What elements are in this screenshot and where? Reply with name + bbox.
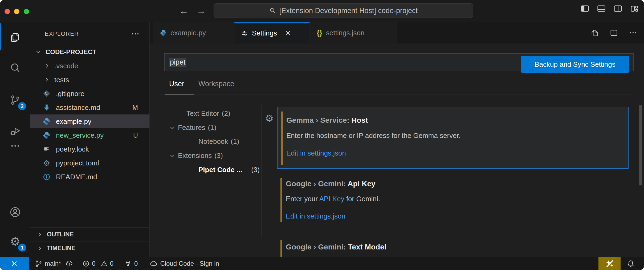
close-window-button[interactable] bbox=[5, 9, 10, 14]
toggle-panel-icon[interactable] bbox=[597, 4, 606, 13]
cloud-icon bbox=[149, 259, 158, 268]
info-icon bbox=[42, 172, 51, 181]
close-icon[interactable]: ✕ bbox=[285, 29, 291, 37]
remote-indicator[interactable] bbox=[0, 257, 29, 270]
api-key-link[interactable]: API Key bbox=[319, 195, 344, 203]
editor-more-actions-icon[interactable] bbox=[629, 28, 638, 37]
toggle-primary-sidebar-icon[interactable] bbox=[580, 4, 590, 13]
edit-in-settings-json-link[interactable]: Edit in settings.json bbox=[286, 149, 346, 157]
split-editor-icon[interactable] bbox=[609, 28, 618, 37]
git-status-badge: M bbox=[132, 104, 138, 112]
toc-item-features[interactable]: Features(1) bbox=[169, 121, 216, 135]
explorer-actions-icon[interactable] bbox=[131, 29, 140, 38]
ports-status[interactable]: 0 bbox=[124, 260, 138, 268]
timeline-section-header[interactable]: TIMELINE bbox=[30, 241, 150, 255]
modified-indicator-bar bbox=[280, 178, 282, 222]
search-icon bbox=[269, 7, 276, 14]
source-control-view-icon[interactable]: 2 bbox=[0, 87, 30, 113]
title-bar: ← → [Extension Development Host] code-pr… bbox=[0, 0, 644, 22]
minimize-window-button[interactable] bbox=[14, 9, 19, 14]
list-icon bbox=[42, 145, 51, 154]
chevron-down-icon bbox=[169, 153, 175, 159]
python-icon bbox=[160, 29, 167, 36]
git-icon bbox=[42, 89, 51, 98]
toc-item-text-editor[interactable]: Text Editor(2) bbox=[186, 106, 230, 121]
tree-item-tests[interactable]: tests bbox=[30, 73, 150, 87]
setting-gear-indicator-icon[interactable]: ⚙ bbox=[265, 114, 274, 123]
toc-item-pipet-code[interactable]: Pipet Code ... (3) bbox=[198, 163, 260, 177]
explorer-sidebar: EXPLORER CODE-PROJECT .vscode bbox=[30, 22, 150, 257]
customize-layout-icon[interactable] bbox=[630, 4, 639, 13]
navigate-back-icon[interactable]: ← bbox=[179, 3, 189, 18]
open-settings-json-icon[interactable] bbox=[590, 28, 599, 37]
tree-item-gitignore[interactable]: .gitignore bbox=[30, 87, 150, 101]
explorer-view-icon[interactable] bbox=[0, 24, 30, 51]
setting-entry-gemma-host[interactable]: Gemma › Service: Host Enter the hostname… bbox=[277, 107, 629, 169]
setting-description: Enter the hostname or IP address for the… bbox=[286, 132, 460, 140]
cloud-code-signin[interactable]: Cloud Code - Sign in bbox=[149, 259, 219, 268]
command-center-search[interactable]: [Extension Development Host] code-projec… bbox=[214, 3, 473, 18]
warning-icon bbox=[100, 260, 108, 267]
window-title: [Extension Development Host] code-projec… bbox=[279, 7, 418, 15]
additional-views-icon[interactable] bbox=[0, 137, 30, 154]
publish-changes-icon[interactable] bbox=[65, 260, 73, 268]
chevron-right-icon bbox=[37, 245, 43, 252]
chevron-right-icon bbox=[44, 63, 50, 69]
tree-item-example-py[interactable]: example.py bbox=[30, 114, 150, 128]
tree-item-new-service-py[interactable]: new_service.py U bbox=[30, 128, 150, 142]
scope-tab-user[interactable]: User bbox=[169, 74, 184, 94]
navigate-forward-icon[interactable]: → bbox=[197, 3, 206, 18]
tab-strip: example.py Settings ✕ {} settings.json bbox=[150, 22, 644, 43]
backup-sync-settings-button[interactable]: Backup and Sync Settings bbox=[521, 56, 629, 73]
toc-item-extensions[interactable]: Extensions(3) bbox=[169, 149, 223, 163]
chevron-down-icon bbox=[169, 125, 175, 131]
edit-in-settings-json-link[interactable]: Edit in settings.json bbox=[286, 212, 345, 220]
tree-root-code-project[interactable]: CODE-PROJECT bbox=[30, 45, 150, 59]
setting-title: Google › Gemini: Api Key bbox=[286, 180, 376, 188]
chevron-down-icon bbox=[35, 49, 42, 55]
tree-item-poetry-lock[interactable]: poetry.lock bbox=[30, 142, 150, 156]
editor-area: example.py Settings ✕ {} settings.json bbox=[150, 22, 644, 257]
problems-status[interactable]: 0 0 bbox=[82, 260, 113, 267]
python-icon bbox=[42, 117, 51, 126]
tab-example-py[interactable]: example.py bbox=[153, 22, 234, 43]
scope-tab-workspace[interactable]: Workspace bbox=[198, 74, 234, 94]
python-icon bbox=[42, 131, 51, 140]
outline-section-header[interactable]: OUTLINE bbox=[30, 227, 150, 241]
chevron-right-icon bbox=[44, 77, 50, 83]
modified-indicator-bar bbox=[280, 240, 282, 257]
gear-icon: ⚙ bbox=[42, 158, 51, 168]
notifications-bell[interactable] bbox=[623, 257, 639, 270]
accounts-icon[interactable] bbox=[0, 199, 30, 225]
zoom-window-button[interactable] bbox=[24, 9, 29, 14]
tree-item-readme-md[interactable]: README.md bbox=[30, 170, 150, 184]
tree-item-assistance-md[interactable]: assistance.md M bbox=[30, 101, 150, 114]
setting-title: Google › Gemini: Text Model bbox=[286, 243, 386, 251]
toc-item-notebook[interactable]: Notebook(1) bbox=[198, 134, 239, 149]
manage-badge: 1 bbox=[18, 244, 26, 252]
settings-scrollbar-thumb[interactable] bbox=[639, 105, 642, 185]
status-bar: main* 0 0 0 Cloud Code - Sign i bbox=[0, 257, 644, 270]
workbench: 2 ⚙ 1 EXPLORER bbox=[0, 22, 644, 257]
settings-scope-tabs: User Workspace bbox=[160, 74, 634, 94]
search-view-icon[interactable] bbox=[0, 55, 30, 81]
tab-settings[interactable]: Settings ✕ bbox=[234, 22, 310, 43]
bell-icon bbox=[626, 259, 635, 268]
tree-item-pyproject-toml[interactable]: ⚙ pyproject.toml bbox=[30, 156, 150, 170]
source-control-badge: 2 bbox=[18, 102, 26, 110]
json-braces-icon: {} bbox=[317, 29, 322, 37]
modified-indicator-bar bbox=[281, 112, 283, 165]
sidebar-title: EXPLORER bbox=[45, 30, 79, 37]
settings-search-value: pipet bbox=[169, 58, 186, 67]
tree-item-vscode[interactable]: .vscode bbox=[30, 59, 150, 73]
setting-title: Gemma › Service: Host bbox=[286, 116, 368, 125]
git-branch-status[interactable]: main* bbox=[35, 260, 73, 268]
manage-gear-icon[interactable]: ⚙ 1 bbox=[0, 228, 30, 255]
toggle-secondary-sidebar-icon[interactable] bbox=[613, 4, 623, 13]
markdown-icon bbox=[42, 103, 51, 112]
toc-divider bbox=[261, 105, 262, 238]
settings-sliders-icon bbox=[241, 30, 248, 37]
broadcast-tower-icon bbox=[124, 260, 132, 268]
tab-settings-json[interactable]: {} settings.json bbox=[310, 22, 397, 43]
copilot-disabled-status[interactable] bbox=[598, 257, 621, 270]
